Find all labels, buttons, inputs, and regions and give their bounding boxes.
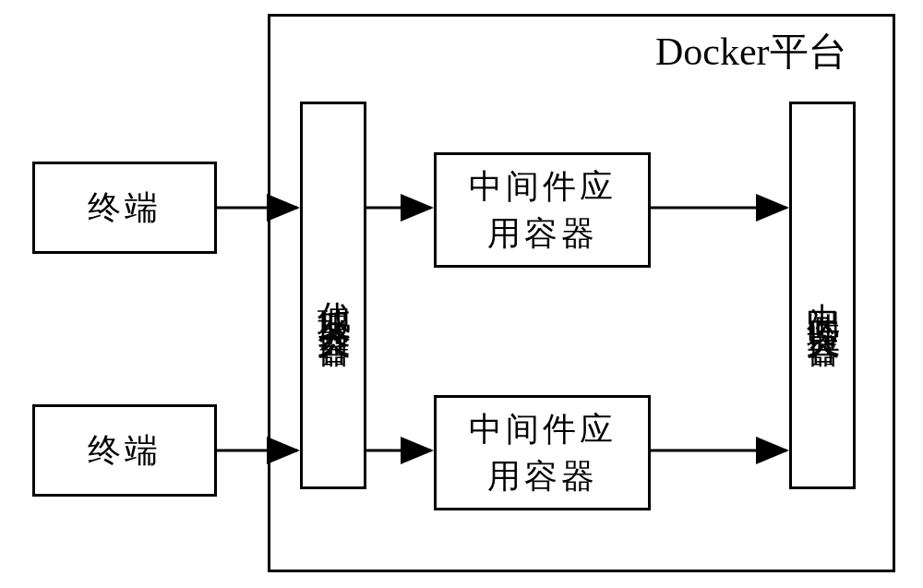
middleware-container-bottom: 中间件应 用容器 bbox=[434, 395, 651, 510]
middleware-monitor-container: 中间件监控容器 bbox=[789, 102, 856, 489]
terminal-box-top: 终端 bbox=[32, 162, 217, 254]
monitor-label: 中间件监控容器 bbox=[800, 276, 845, 315]
middleware-container-top: 中间件应 用容器 bbox=[434, 152, 651, 268]
docker-platform-title: Docker平台 bbox=[655, 26, 847, 78]
middleware-label-bottom: 中间件应 用容器 bbox=[469, 406, 617, 499]
terminal-label-bottom: 终端 bbox=[88, 428, 162, 474]
terminal-box-bottom: 终端 bbox=[32, 404, 217, 497]
terminal-label-top: 终端 bbox=[88, 186, 162, 231]
middleware-label-top: 中间件应 用容器 bbox=[469, 163, 617, 257]
proxy-label: 代理服务器容器 bbox=[311, 276, 356, 315]
proxy-server-container: 代理服务器容器 bbox=[300, 102, 366, 489]
